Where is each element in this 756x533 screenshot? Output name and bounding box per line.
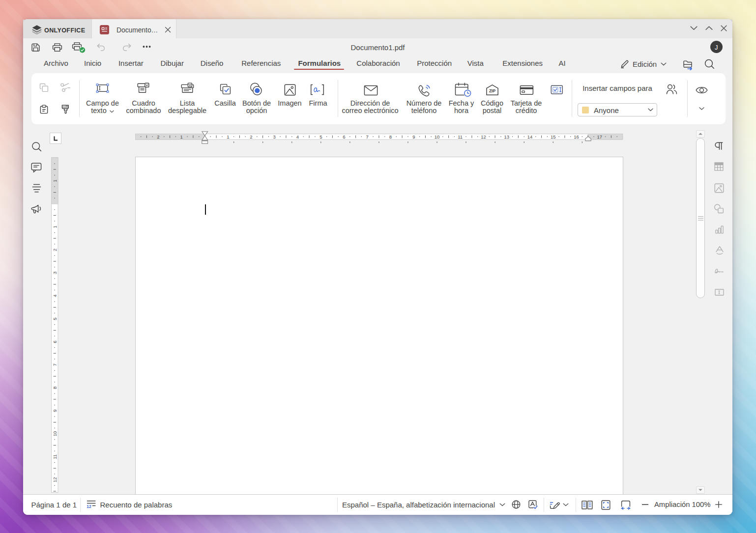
svg-text:2: 2 xyxy=(52,249,58,251)
svg-text:1: 1 xyxy=(180,134,183,140)
svg-text:1: 1 xyxy=(227,134,230,140)
svg-text:3: 3 xyxy=(52,272,58,274)
svg-text:4: 4 xyxy=(52,295,58,297)
svg-text:6: 6 xyxy=(343,134,346,140)
svg-text:11: 11 xyxy=(52,454,58,459)
svg-text:14: 14 xyxy=(527,134,533,140)
svg-text:7: 7 xyxy=(52,364,58,366)
svg-text:15: 15 xyxy=(551,134,556,140)
svg-text:17: 17 xyxy=(597,134,603,140)
svg-text:2: 2 xyxy=(157,134,160,140)
svg-text:4: 4 xyxy=(296,134,299,140)
svg-text:3: 3 xyxy=(273,134,276,140)
svg-text:9: 9 xyxy=(413,134,415,140)
svg-text:12: 12 xyxy=(481,134,487,140)
svg-text:12: 12 xyxy=(52,477,58,482)
svg-text:9: 9 xyxy=(52,410,58,412)
svg-text:13: 13 xyxy=(504,134,510,140)
svg-text:11: 11 xyxy=(458,134,463,140)
svg-text:6: 6 xyxy=(52,340,58,343)
svg-text:2: 2 xyxy=(250,134,253,140)
svg-text:1: 1 xyxy=(52,225,58,228)
svg-text:5: 5 xyxy=(320,134,322,140)
svg-text:5: 5 xyxy=(52,317,58,320)
svg-text:1: 1 xyxy=(52,180,58,182)
svg-text:7: 7 xyxy=(366,134,369,140)
svg-text:8: 8 xyxy=(389,134,392,140)
svg-text:ZIP: ZIP xyxy=(489,88,496,93)
svg-text:16: 16 xyxy=(574,134,580,140)
svg-text:8: 8 xyxy=(52,387,58,389)
svg-text:12: 12 xyxy=(87,504,91,508)
svg-text:10: 10 xyxy=(52,431,58,437)
svg-text:10: 10 xyxy=(435,134,440,140)
